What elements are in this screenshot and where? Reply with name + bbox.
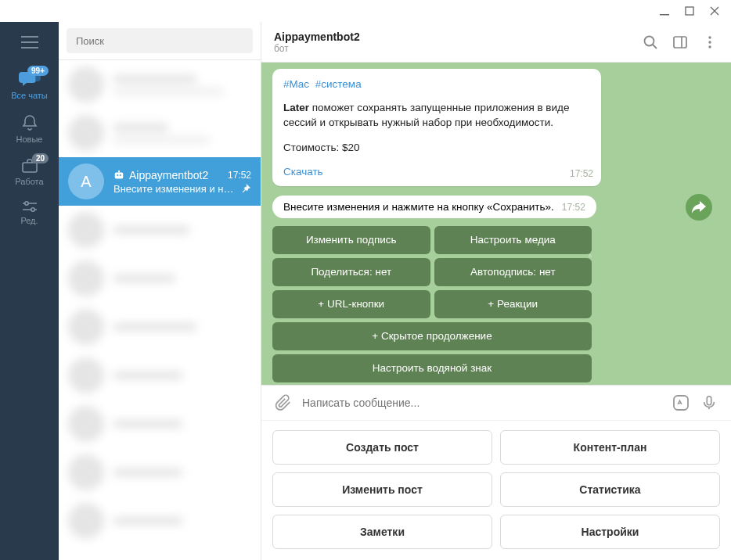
svg-rect-8: [118, 170, 120, 172]
svg-point-3: [24, 202, 27, 205]
svg-point-13: [708, 45, 711, 48]
chat-item[interactable]: [59, 351, 261, 400]
reply-settings-button[interactable]: Настройки: [500, 515, 720, 549]
rail-all-chats-label: Все чаты: [11, 91, 48, 100]
kb-edit-caption-button[interactable]: Изменить подпись: [272, 226, 430, 254]
rail-edit-label: Ред.: [20, 216, 38, 225]
rail-all-chats[interactable]: 99+ Все чаты: [0, 63, 59, 106]
svg-point-9: [645, 36, 654, 45]
search-in-chat-button[interactable]: [642, 34, 659, 51]
all-chats-badge: 99+: [27, 66, 49, 76]
kb-autosign-button[interactable]: Автоподпись: нет: [434, 258, 592, 286]
reply-notes-button[interactable]: Заметки: [272, 515, 492, 549]
bot-icon: [113, 170, 124, 181]
chat-item[interactable]: [59, 254, 261, 303]
folders-rail: 99+ Все чаты Новые 20 Работа Ред.: [0, 22, 59, 560]
sliders-icon: [21, 200, 38, 213]
chat-name: Aippaymentbot2: [129, 169, 208, 181]
message-area[interactable]: #Mac #система Later поможет сохранять за…: [261, 63, 731, 385]
reply-content-plan-button[interactable]: Контент-план: [500, 430, 720, 465]
conversation-column: Aippaymentbot2 бот #Mac #система Later п…: [261, 22, 731, 560]
chat-preview: Внесите изменения и н…: [113, 183, 233, 195]
rail-edit[interactable]: Ред.: [0, 192, 59, 232]
inline-keyboard: Изменить подпись Настроить медиа Поделит…: [272, 226, 592, 385]
menu-hamburger-button[interactable]: [0, 22, 59, 63]
svg-rect-10: [674, 37, 686, 48]
chat-item[interactable]: [59, 448, 261, 497]
more-menu-button[interactable]: [701, 34, 718, 51]
chat-item[interactable]: [59, 109, 261, 157]
kb-watermark-button[interactable]: Настроить водяной знак: [272, 354, 592, 382]
kb-share-button[interactable]: Поделиться: нет: [272, 258, 430, 286]
avatar: A: [68, 163, 104, 199]
svg-rect-2: [23, 163, 37, 172]
message-bubble[interactable]: #Mac #система Later поможет сохранять за…: [272, 69, 601, 186]
bot-commands-button[interactable]: [672, 393, 690, 412]
kb-url-buttons-button[interactable]: + URL-кнопки: [272, 290, 430, 318]
notice-text: Внесите изменения и нажмите на кнопку «С…: [283, 201, 554, 213]
svg-rect-15: [707, 397, 711, 405]
chat-item[interactable]: [59, 400, 261, 448]
forward-button[interactable]: [686, 194, 712, 221]
chat-header: Aippaymentbot2 бот: [261, 22, 731, 63]
window-minimize-button[interactable]: [659, 5, 670, 16]
rail-work-label: Работа: [15, 177, 43, 186]
chat-item[interactable]: [59, 303, 261, 351]
svg-rect-0: [660, 14, 669, 16]
voice-message-button[interactable]: [700, 393, 718, 412]
hashtag-link[interactable]: #Mac: [283, 78, 309, 90]
svg-point-12: [708, 41, 711, 43]
svg-point-11: [708, 36, 711, 38]
reply-stats-button[interactable]: Статистика: [500, 472, 720, 507]
reply-keyboard: Создать пост Контент-план Изменить пост …: [261, 420, 731, 560]
download-link[interactable]: Скачать: [283, 166, 323, 178]
hashtag-link[interactable]: #система: [315, 78, 362, 90]
message-hashtags: #Mac #система: [283, 77, 590, 92]
kb-reactions-button[interactable]: + Реакции: [434, 290, 592, 318]
rail-new[interactable]: Новые: [0, 106, 59, 150]
notice-bubble[interactable]: Внесите изменения и нажмите на кнопку «С…: [272, 196, 596, 218]
svg-rect-1: [686, 7, 693, 15]
kb-hidden-continuation-button[interactable]: + Скрытое продолжение: [272, 322, 592, 350]
reply-create-post-button[interactable]: Создать пост: [272, 430, 492, 465]
rail-new-label: Новые: [16, 135, 43, 144]
message-time: 17:52: [570, 167, 593, 181]
search-input[interactable]: [67, 28, 253, 53]
bell-icon: [22, 114, 38, 131]
message-input[interactable]: [302, 397, 662, 409]
message-price: Стоимость: $20: [283, 140, 590, 156]
chat-list[interactable]: A Aippaymentbot2 17:52 Внесите изменения…: [59, 60, 261, 560]
message-text: Later поможет сохранять запущенные прило…: [283, 100, 590, 131]
chat-header-subtitle: бот: [274, 43, 629, 54]
svg-rect-5: [115, 172, 124, 178]
rail-work[interactable]: 20 Работа: [0, 150, 59, 192]
work-badge: 20: [32, 153, 49, 163]
reply-edit-post-button[interactable]: Изменить пост: [272, 472, 492, 507]
sidepanel-button[interactable]: [672, 34, 689, 51]
window-close-button[interactable]: [709, 5, 720, 16]
search-bar: [59, 22, 261, 60]
message-composer: [261, 385, 731, 420]
notice-time: 17:52: [562, 202, 585, 213]
attach-button[interactable]: [274, 393, 293, 412]
chat-item-selected[interactable]: A Aippaymentbot2 17:52 Внесите изменения…: [59, 157, 261, 206]
pin-icon: [240, 183, 251, 194]
window-titlebar: [0, 0, 731, 22]
chat-list-column: A Aippaymentbot2 17:52 Внесите изменения…: [59, 22, 261, 560]
window-maximize-button[interactable]: [684, 5, 695, 16]
kb-setup-media-button[interactable]: Настроить медиа: [434, 226, 592, 254]
chat-time: 17:52: [228, 170, 251, 181]
chat-item[interactable]: [59, 206, 261, 254]
svg-point-4: [31, 208, 34, 211]
chat-header-title: Aippaymentbot2: [274, 31, 629, 43]
svg-point-6: [117, 174, 118, 175]
chat-item[interactable]: [59, 497, 261, 545]
chat-item[interactable]: [59, 60, 261, 109]
svg-point-7: [120, 174, 121, 175]
